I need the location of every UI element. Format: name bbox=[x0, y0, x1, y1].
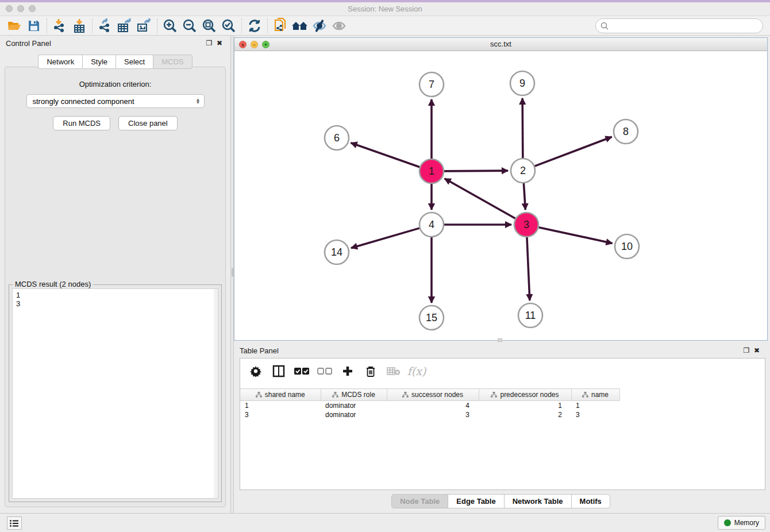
svg-text:7: 7 bbox=[429, 79, 434, 90]
run-mcds-button[interactable]: Run MCDS bbox=[53, 116, 110, 130]
tab-node-table[interactable]: Node Table bbox=[391, 494, 448, 508]
mcds-result-text[interactable]: 1 3 bbox=[12, 288, 218, 499]
graph-node-1[interactable]: 1 bbox=[419, 159, 444, 183]
float-table-panel-icon[interactable]: ❐ bbox=[741, 346, 752, 355]
tab-style[interactable]: Style bbox=[82, 55, 116, 69]
cell-name[interactable]: 3 bbox=[571, 410, 619, 419]
main-toolbar bbox=[0, 16, 770, 36]
svg-text:2: 2 bbox=[520, 165, 526, 176]
edge-2-3[interactable] bbox=[523, 183, 525, 210]
tab-select[interactable]: Select bbox=[116, 55, 153, 69]
edge-1-2[interactable] bbox=[444, 171, 508, 171]
open-file-icon[interactable] bbox=[5, 17, 24, 34]
show-hidden-icon[interactable] bbox=[329, 17, 349, 34]
cell-successor-nodes[interactable]: 3 bbox=[387, 410, 479, 419]
graph-node-11[interactable]: 11 bbox=[518, 303, 542, 327]
refresh-layout-icon[interactable] bbox=[245, 17, 264, 34]
network-resize-handle[interactable] bbox=[498, 338, 502, 342]
graph-node-4[interactable]: 4 bbox=[419, 213, 444, 237]
graph-node-15[interactable]: 15 bbox=[419, 306, 444, 330]
import-network-icon[interactable] bbox=[50, 17, 70, 34]
column-header-name[interactable]: name bbox=[571, 389, 619, 401]
column-header-shared-name[interactable]: shared name bbox=[240, 389, 321, 401]
dropdown-stepper-icon: ▲▼ bbox=[196, 98, 201, 104]
table-settings-icon[interactable] bbox=[248, 364, 263, 379]
memory-button[interactable]: Memory bbox=[718, 516, 765, 530]
zoom-fit-icon[interactable] bbox=[199, 17, 219, 34]
column-header-MCDS-role[interactable]: MCDS role bbox=[321, 389, 387, 401]
deselect-all-icon[interactable] bbox=[317, 364, 332, 379]
cell-MCDS-role[interactable]: dominator bbox=[321, 401, 387, 410]
zoom-selected-icon[interactable] bbox=[219, 17, 238, 34]
zoom-out-icon[interactable] bbox=[180, 17, 199, 34]
cell-predecessor-nodes[interactable]: 1 bbox=[479, 401, 571, 410]
close-panel-icon[interactable]: ✖ bbox=[214, 38, 225, 48]
edge-3-11[interactable] bbox=[527, 237, 530, 300]
search-field[interactable] bbox=[595, 18, 763, 33]
search-input[interactable] bbox=[612, 22, 758, 30]
close-table-panel-icon[interactable]: ✖ bbox=[752, 346, 762, 355]
cell-shared-name[interactable]: 3 bbox=[240, 410, 321, 419]
hierarchy-icon bbox=[402, 392, 409, 398]
import-table-icon[interactable] bbox=[70, 17, 89, 34]
graph-node-9[interactable]: 9 bbox=[510, 71, 534, 95]
network-minimize-icon[interactable]: – bbox=[251, 41, 258, 48]
first-neighbors-icon[interactable] bbox=[290, 17, 310, 34]
graph-node-7[interactable]: 7 bbox=[419, 72, 444, 97]
task-history-icon[interactable] bbox=[7, 516, 22, 530]
table-row[interactable]: 1dominator411 bbox=[240, 401, 765, 410]
network-zoom-icon[interactable]: + bbox=[262, 41, 270, 48]
function-builder-icon[interactable]: f(x) bbox=[409, 364, 424, 379]
column-layout-icon[interactable] bbox=[271, 364, 286, 379]
column-header-successor-nodes[interactable]: successor nodes bbox=[387, 389, 479, 401]
result-scrollbar[interactable] bbox=[214, 289, 218, 498]
edge-3-10[interactable] bbox=[538, 228, 612, 244]
delete-table-icon[interactable] bbox=[386, 364, 401, 379]
svg-text:15: 15 bbox=[426, 312, 437, 323]
toolbar-separator bbox=[92, 18, 93, 33]
tab-network[interactable]: Network bbox=[38, 55, 82, 69]
tab-motifs[interactable]: Motifs bbox=[571, 494, 610, 508]
cell-successor-nodes[interactable]: 4 bbox=[387, 401, 479, 410]
splitter-handle[interactable] bbox=[232, 268, 233, 276]
svg-text:10: 10 bbox=[621, 241, 633, 252]
graph-node-10[interactable]: 10 bbox=[615, 234, 639, 259]
network-close-icon[interactable]: x bbox=[239, 41, 247, 48]
graph-node-8[interactable]: 8 bbox=[614, 119, 638, 144]
select-all-icon[interactable] bbox=[294, 364, 309, 379]
tab-mcds[interactable]: MCDS bbox=[153, 55, 192, 69]
zoom-in-icon[interactable] bbox=[160, 17, 180, 34]
edge-2-8[interactable] bbox=[535, 137, 612, 166]
export-table-icon[interactable] bbox=[115, 17, 134, 34]
close-panel-button[interactable]: Close panel bbox=[118, 116, 178, 130]
svg-text:8: 8 bbox=[623, 126, 629, 137]
network-canvas[interactable]: 7968124314101511 bbox=[234, 51, 767, 340]
export-image-icon[interactable] bbox=[134, 17, 154, 34]
network-window-titlebar[interactable]: x – + scc.txt bbox=[234, 38, 767, 51]
add-column-icon[interactable] bbox=[340, 364, 355, 379]
cell-predecessor-nodes[interactable]: 2 bbox=[479, 410, 571, 419]
cell-MCDS-role[interactable]: dominator bbox=[321, 410, 387, 419]
new-network-from-selection-icon[interactable] bbox=[271, 17, 290, 34]
export-network-icon[interactable] bbox=[95, 17, 115, 34]
table-panel-title: Table Panel bbox=[240, 346, 741, 355]
delete-column-icon[interactable] bbox=[363, 364, 378, 379]
graph-node-6[interactable]: 6 bbox=[325, 126, 349, 150]
save-session-icon[interactable] bbox=[24, 17, 44, 34]
float-panel-icon[interactable]: ❐ bbox=[204, 38, 214, 48]
table-row[interactable]: 3dominator323 bbox=[240, 410, 765, 419]
criterion-dropdown[interactable]: strongly connected component ▲▼ bbox=[26, 94, 205, 108]
edge-4-14[interactable] bbox=[351, 228, 419, 248]
edge-1-6[interactable] bbox=[351, 143, 420, 167]
graph-node-14[interactable]: 14 bbox=[325, 240, 349, 264]
tab-network-table[interactable]: Network Table bbox=[504, 494, 571, 508]
tab-edge-table[interactable]: Edge Table bbox=[448, 494, 503, 508]
cell-name[interactable]: 1 bbox=[571, 401, 619, 410]
edge-3-1[interactable] bbox=[445, 179, 515, 218]
edge-2-9[interactable] bbox=[522, 98, 523, 158]
graph-node-3[interactable]: 3 bbox=[514, 213, 538, 237]
cell-shared-name[interactable]: 1 bbox=[240, 401, 321, 410]
hide-selected-icon[interactable] bbox=[310, 17, 329, 34]
graph-node-2[interactable]: 2 bbox=[511, 159, 535, 183]
column-header-predecessor-nodes[interactable]: predecessor nodes bbox=[479, 389, 571, 401]
